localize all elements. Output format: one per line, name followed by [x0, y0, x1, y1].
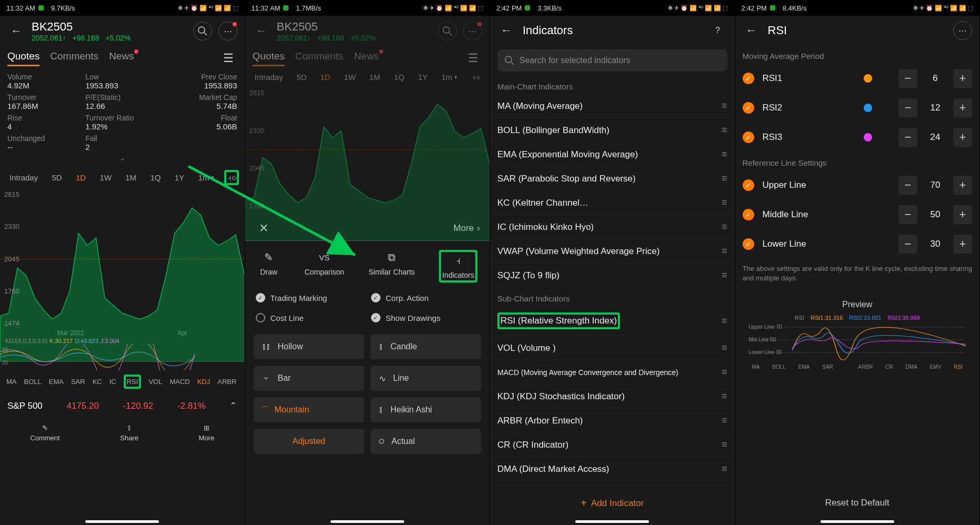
indicator-row[interactable]: ARBR (Arbor Entech)≡ [490, 409, 735, 433]
add-indicator-button[interactable]: +Add Indicator [490, 497, 735, 509]
drag-icon[interactable]: ≡ [722, 463, 727, 474]
indicator-row[interactable]: VOL (Volume )≡ [490, 336, 735, 360]
drag-icon[interactable]: ≡ [722, 197, 727, 208]
tab-quotes[interactable]: Quotes [7, 51, 39, 66]
indicator-row[interactable]: EMA (Exponential Moving Average)≡ [490, 143, 735, 167]
menu-icon[interactable]: ☰ [464, 49, 482, 67]
chat-icon[interactable]: ⋯ [218, 22, 237, 41]
color-swatch[interactable] [864, 133, 872, 142]
indicator-row[interactable]: RSI (Relative Strength Index)≡ [490, 306, 735, 336]
indicator-row[interactable]: MACD (Moving Average Convergence and Div… [490, 360, 735, 385]
tab-comments[interactable]: Comments [50, 51, 98, 66]
price-chart[interactable]: 2615 2330 2045 1760 1474 [0, 190, 245, 327]
drag-icon[interactable]: ≡ [722, 342, 727, 354]
indicator-row[interactable]: MA (Moving Average)≡ [490, 94, 735, 118]
comparison-button[interactable]: VSComparison [305, 250, 344, 282]
heikin-style[interactable]: ⫿Heikin Ashi [371, 397, 481, 422]
tf-1d[interactable]: 1D [72, 171, 90, 184]
param-value[interactable]: 24 [923, 132, 948, 143]
param-value[interactable]: 12 [923, 103, 948, 113]
indicator-row[interactable]: DMA (Direct Market Access)≡ [490, 457, 735, 481]
drag-icon[interactable]: ≡ [722, 391, 727, 402]
candle-style[interactable]: ⫿Candle [371, 334, 481, 359]
tf-1w[interactable]: 1W [339, 70, 360, 84]
indicator-row[interactable]: KDJ (KDJ Stochastics Indicator)≡ [490, 385, 735, 409]
corp-action-toggle[interactable]: ✓Corp. Action [371, 293, 479, 302]
tf-1q[interactable]: 1Q [389, 70, 408, 84]
sp500-row[interactable]: S&P 500 4175.20 -120.92 -2.81% ⌃ [0, 393, 245, 419]
drag-icon[interactable]: ≡ [722, 367, 727, 378]
tf-1w[interactable]: 1W [95, 171, 116, 184]
enable-toggle[interactable]: ✓ [743, 73, 754, 84]
symbol[interactable]: BK2505 [32, 20, 187, 34]
tf-5d[interactable]: 5D [48, 171, 66, 184]
indicator-row[interactable]: BOLL (Bollinger BandWidth)≡ [490, 118, 735, 143]
drag-icon[interactable]: ≡ [722, 149, 727, 160]
tab-news[interactable]: News [109, 51, 134, 66]
menu-icon[interactable]: ☰ [219, 49, 237, 67]
minus-button[interactable]: − [898, 69, 917, 88]
preview-ind-tab[interactable]: DMA [906, 364, 917, 370]
preview-ind-tab[interactable]: EMV [930, 364, 942, 370]
tf-intraday[interactable]: Intraday [5, 171, 42, 184]
enable-toggle[interactable]: ✓ [743, 238, 754, 250]
strip-boll[interactable]: BOLL [24, 378, 42, 386]
comment-button[interactable]: ✎Comment [30, 424, 59, 442]
tf-1y[interactable]: 1Y [171, 171, 188, 184]
color-swatch[interactable] [864, 104, 872, 112]
cost-line-toggle[interactable]: Cost Line [256, 313, 364, 322]
collapse-icon[interactable]: ⌃ [0, 157, 245, 167]
drag-icon[interactable]: ≡ [722, 439, 727, 450]
drag-icon[interactable]: ≡ [722, 221, 727, 233]
indicator-row[interactable]: KC (Keltner Channel…≡ [490, 191, 735, 215]
share-button[interactable]: ⇪Share [120, 424, 138, 442]
indicator-row[interactable]: SAR (Parabolic Stop and Reverse)≡ [490, 167, 735, 191]
preview-ind-tab[interactable]: ARBR [858, 364, 873, 370]
home-indicator[interactable] [821, 520, 894, 523]
trading-marking-toggle[interactable]: ✓Trading Marking [256, 293, 364, 302]
tf-1y[interactable]: 1Y [414, 70, 432, 84]
search-icon[interactable] [193, 22, 212, 41]
preview-ind-tab[interactable]: CR [885, 364, 893, 370]
preview-ind-tab[interactable]: MA [752, 364, 760, 370]
draw-button[interactable]: ✎Draw [257, 250, 281, 282]
home-indicator[interactable] [331, 520, 404, 523]
strip-ic[interactable]: IC [109, 378, 116, 386]
strip-ema[interactable]: EMA [49, 378, 64, 386]
tf-1q[interactable]: 1Q [146, 171, 165, 184]
tf-1min[interactable]: 1m▼ [437, 70, 462, 84]
param-value[interactable]: 50 [923, 209, 948, 220]
strip-kdj[interactable]: KDJ [197, 378, 211, 386]
home-indicator[interactable] [85, 520, 159, 523]
param-value[interactable]: 30 [923, 239, 948, 249]
show-drawings-toggle[interactable]: ✓Show Drawings [371, 313, 479, 322]
actual-style[interactable]: Actual [371, 429, 481, 454]
enable-toggle[interactable]: ✓ [743, 179, 754, 191]
preview-ind-tab[interactable]: EMA [798, 364, 810, 370]
line-style[interactable]: ∿Line [371, 366, 481, 391]
drag-icon[interactable]: ≡ [722, 316, 727, 327]
indicator-row[interactable]: VWAP (Volume Weighted Average Price)≡ [490, 239, 735, 264]
tf-1d[interactable]: 1D [316, 70, 334, 84]
tf-5d[interactable]: 5D [293, 70, 311, 84]
back-icon[interactable]: ← [497, 22, 515, 39]
drag-icon[interactable]: ≡ [722, 125, 727, 136]
plus-button[interactable]: + [953, 128, 972, 147]
drag-icon[interactable]: ≡ [722, 415, 727, 426]
search-input[interactable]: Search for selected indicators [497, 49, 727, 72]
reset-button[interactable]: Reset to Default [735, 490, 980, 516]
minus-button[interactable]: − [898, 128, 917, 147]
bar-style[interactable]: ⫟Bar [254, 366, 364, 391]
minus-button[interactable]: − [898, 205, 917, 224]
drag-icon[interactable]: ≡ [722, 173, 727, 184]
tf-1m[interactable]: 1M [121, 171, 141, 184]
minus-button[interactable]: − [898, 235, 917, 254]
plus-button[interactable]: + [953, 176, 972, 195]
plus-button[interactable]: + [953, 98, 972, 117]
minus-button[interactable]: − [898, 98, 917, 117]
enable-toggle[interactable]: ✓ [743, 132, 754, 143]
settings-icon[interactable]: ⫞⊙ [224, 170, 239, 185]
minus-button[interactable]: − [898, 176, 917, 195]
indicators-button[interactable]: ⫞Indicators [439, 250, 477, 282]
drag-icon[interactable]: ≡ [722, 270, 727, 281]
